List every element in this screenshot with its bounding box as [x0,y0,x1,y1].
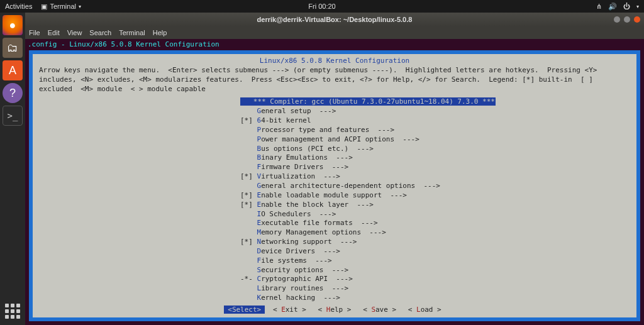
menuconfig-button[interactable]: < Help > [314,306,355,314]
menuconfig-panel: Linux/x86 5.0.8 Kernel Configuration Arr… [33,54,636,317]
menuconfig-item[interactable]: IO Schedulers ---> [240,210,630,219]
menuconfig-item[interactable]: [*] Enable the block layer ---> [240,201,630,210]
gnome-topbar: Activities ▣ Terminal ▾ Fri 00:20 ⋔ 🔊 ⏻ … [0,0,644,13]
menuconfig-item[interactable]: General architecture-dependent options -… [240,182,630,191]
dock-terminal[interactable]: >_ [3,106,23,126]
clock[interactable]: Fri 00:20 [308,3,335,10]
menuconfig-item[interactable]: Library routines ---> [240,284,630,294]
topbar-app[interactable]: ▣ Terminal ▾ [41,3,81,11]
menuconfig-item[interactable]: Processor type and features ---> [240,126,630,135]
power-icon: ⏻ [623,3,630,10]
window-maximize-icon[interactable] [624,16,630,23]
network-icon: ⋔ [596,3,602,11]
menu-terminal[interactable]: Terminal [119,29,145,36]
menuconfig-heading: Linux/x86 5.0.8 Kernel Configuration [39,57,630,66]
dock-software[interactable]: A [3,60,23,80]
terminal-config-title: .config - Linux/x86 5.0.8 Kernel Configu… [25,39,644,50]
menuconfig-item[interactable]: General setup ---> [240,107,630,116]
menuconfig-button[interactable]: < Save > [359,306,400,314]
menuconfig-item[interactable]: [*] Virtualization ---> [240,172,630,182]
menu-file[interactable]: File [29,29,40,36]
system-tray[interactable]: ⋔ 🔊 ⏻ ▾ [596,3,639,11]
terminal-area[interactable]: .config - Linux/x86 5.0.8 Kernel Configu… [25,39,644,325]
menuconfig-item[interactable]: File systems ---> [240,256,630,266]
menuconfig-button-bar: <Select> < Exit > < Help > < Save > < Lo… [39,303,630,315]
menuconfig-item[interactable]: Binary Emulations ---> [240,153,630,163]
menu-view[interactable]: View [67,29,82,36]
menuconfig-item[interactable]: Kernel hacking ---> [240,294,630,303]
dock: ● 🗂 A ? >_ [0,13,25,325]
menu-search[interactable]: Search [89,29,111,36]
dock-firefox[interactable]: ● [3,15,23,35]
chevron-down-icon: ▾ [636,4,639,9]
window-close-icon[interactable] [634,16,640,23]
menuconfig-frame: Linux/x86 5.0.8 Kernel Configuration Arr… [29,50,640,321]
topbar-app-label: Terminal [50,3,76,10]
menuconfig-item[interactable]: Memory Management options ---> [240,228,630,238]
menuconfig-item[interactable]: Security options ---> [240,266,630,275]
menuconfig-button[interactable]: < Load > [404,306,445,314]
dock-help[interactable]: ? [3,83,23,103]
terminal-icon: ▣ [41,3,47,11]
window-title: derrik@derrik-VirtualBox: ~/Desktop/linu… [257,16,413,23]
terminal-window: derrik@derrik-VirtualBox: ~/Desktop/linu… [25,13,644,325]
menuconfig-item[interactable]: *** Compiler: gcc (Ubuntu 7.3.0-27ubuntu… [240,97,496,107]
chevron-down-icon: ▾ [79,4,81,9]
menuconfig-item[interactable]: Power management and ACPI options ---> [240,135,630,145]
volume-icon: 🔊 [608,3,617,11]
window-minimize-icon[interactable] [614,16,620,23]
menuconfig-item[interactable]: Bus options (PCI etc.) ---> [240,145,630,154]
menuconfig-item[interactable]: [*] Networking support ---> [240,238,630,247]
window-titlebar[interactable]: derrik@derrik-VirtualBox: ~/Desktop/linu… [25,13,644,26]
menu-help[interactable]: Help [153,29,167,36]
menuconfig-item[interactable]: Executable file formats ---> [240,219,630,228]
menuconfig-button[interactable]: < Exit > [269,306,310,314]
menuconfig-item[interactable]: Device Drivers ---> [240,247,630,256]
dock-files[interactable]: 🗂 [3,38,23,58]
menu-edit[interactable]: Edit [48,29,60,36]
dock-apps-grid[interactable] [4,302,21,320]
menuconfig-item[interactable]: [*] 64-bit kernel [240,116,630,126]
activities-button[interactable]: Activities [5,3,32,10]
menuconfig-item[interactable]: [*] Enable loadable module support ---> [240,191,630,201]
menubar: FileEditViewSearchTerminalHelp [25,26,644,39]
menuconfig-item[interactable]: Firmware Drivers ---> [240,163,630,172]
menuconfig-button[interactable]: <Select> [224,306,265,314]
menuconfig-list[interactable]: *** Compiler: gcc (Ubuntu 7.3.0-27ubuntu… [39,97,630,303]
menuconfig-item[interactable]: -*- Cryptographic API ---> [240,275,630,284]
menuconfig-help-text: Arrow keys navigate the menu. <Enter> se… [39,66,630,94]
